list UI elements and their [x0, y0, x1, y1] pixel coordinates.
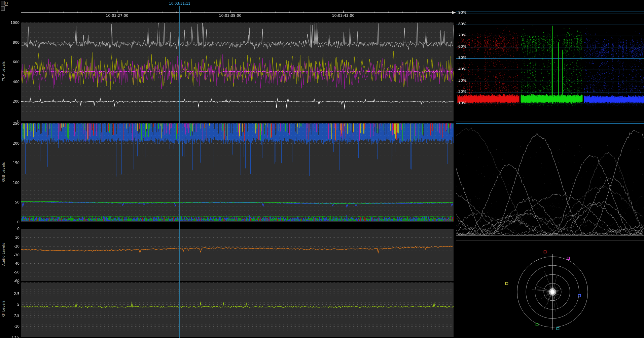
- audio-axis-tick-labels: 0-10-20-30-40-50-60: [5, 0, 20, 338]
- timeline-cursor-line: [179, 6, 180, 338]
- timeline-axis-label: TC: [5, 2, 8, 6]
- axis-tick-label: -40: [5, 261, 20, 265]
- axis-tick-label: -7,5: [5, 313, 20, 317]
- timeline-ruler[interactable]: [15, 7, 457, 15]
- axis-tick-label: 150: [5, 161, 20, 165]
- panel-divider: [455, 0, 455, 338]
- scope-separator: [456, 240, 644, 241]
- axis-tick-label: -2,5: [5, 292, 20, 296]
- axis-tick-label: -5: [5, 302, 20, 306]
- yuv-levels-chart[interactable]: [21, 23, 454, 121]
- axis-tick-label: -30: [5, 253, 20, 257]
- rgb-axis-title: RGB Levels: [2, 162, 5, 182]
- axis-tick-label: -10: [5, 324, 20, 328]
- axis-tick-label: -60: [5, 279, 20, 283]
- axis-tick-label: 1000: [5, 21, 20, 25]
- axis-tick-label: 0: [5, 227, 20, 231]
- axis-tick-label: -10: [5, 235, 20, 239]
- axis-tick-label: 0: [5, 280, 20, 285]
- rf-axis-title: RF Levels: [2, 300, 5, 317]
- axis-tick-label: 400: [5, 80, 20, 84]
- axis-tick-label: 800: [5, 40, 20, 44]
- axis-tick-label: 200: [5, 99, 20, 103]
- audio-axis-title: Audio Levels: [2, 243, 5, 266]
- qc-monitor-window: TC YUV Levels RGB Levels Audio Levels RF…: [0, 0, 644, 338]
- axis-tick-label: 50: [5, 200, 20, 204]
- yuv-axis-tick-labels: 10008006004002000: [5, 0, 20, 338]
- corner-toolbar: [1, 1, 5, 12]
- axis-tick-label: 0: [5, 220, 20, 224]
- axis-tick-label: -20: [5, 244, 20, 248]
- timeline-cursor-time: 10:03:31:11: [165, 1, 195, 5]
- axis-tick-label: 250: [5, 121, 20, 125]
- waveform-overlay-scope: [456, 123, 644, 240]
- audio-levels-chart[interactable]: [21, 229, 454, 281]
- axis-tick-label: 200: [5, 141, 20, 145]
- scope-separator: [456, 121, 644, 121]
- vectorscope: [456, 241, 644, 338]
- axis-tick-label: 0: [5, 119, 20, 123]
- rgb-axis-tick-labels: 250200150100500: [5, 0, 20, 338]
- axis-tick-label: 100: [5, 181, 20, 185]
- settings-tool-icon[interactable]: [1, 6, 5, 11]
- rgb-levels-chart[interactable]: [21, 123, 454, 222]
- axis-tick-label: -12,5: [5, 335, 20, 338]
- rf-axis-tick-labels: 0-2,5-5-7,5-10-12,5: [5, 0, 20, 338]
- timeline-tool-icon[interactable]: [1, 1, 5, 5]
- rgb-percent-scope: [456, 0, 644, 120]
- axis-tick-label: -50: [5, 270, 20, 274]
- yuv-axis-title: YUV Levels: [2, 61, 5, 81]
- axis-tick-label: 600: [5, 60, 20, 64]
- rf-levels-chart[interactable]: [21, 283, 454, 337]
